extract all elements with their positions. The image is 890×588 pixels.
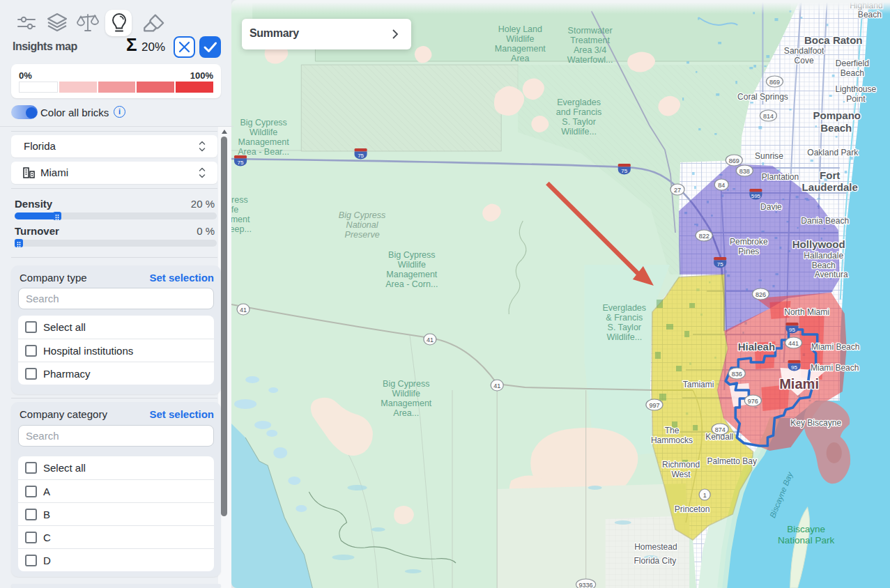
svg-text:Florida City: Florida City bbox=[634, 556, 677, 566]
svg-text:Wildlife: Wildlife bbox=[392, 389, 420, 399]
svg-text:41: 41 bbox=[493, 382, 500, 389]
svg-text:Management: Management bbox=[231, 215, 250, 224]
svg-text:Treatment: Treatment bbox=[570, 36, 610, 45]
svg-text:997: 997 bbox=[649, 402, 659, 409]
svg-text:75: 75 bbox=[358, 153, 364, 159]
svg-text:Lighthouse: Lighthouse bbox=[835, 84, 876, 94]
svg-text:Management: Management bbox=[386, 270, 438, 279]
svg-text:869: 869 bbox=[769, 79, 780, 86]
svg-text:West: West bbox=[671, 470, 691, 479]
svg-text:Tamiami: Tamiami bbox=[683, 380, 714, 389]
svg-text:822: 822 bbox=[699, 233, 709, 240]
svg-text:Big Cypress: Big Cypress bbox=[383, 379, 429, 389]
svg-text:S. Taylor: S. Taylor bbox=[608, 323, 641, 332]
svg-text:41: 41 bbox=[240, 307, 247, 314]
svg-text:814: 814 bbox=[763, 113, 774, 120]
svg-text:Lauderdale: Lauderdale bbox=[802, 181, 858, 193]
svg-text:Hammocks: Hammocks bbox=[651, 435, 693, 445]
svg-text:838: 838 bbox=[739, 168, 750, 175]
svg-text:Big Cypress: Big Cypress bbox=[240, 118, 286, 127]
svg-text:Wildlife: Wildlife bbox=[506, 34, 534, 44]
svg-text:Richmond: Richmond bbox=[662, 460, 700, 470]
svg-text:Cove: Cove bbox=[795, 56, 814, 65]
svg-text:Hialeah: Hialeah bbox=[738, 341, 776, 353]
svg-text:Big Cypress: Big Cypress bbox=[339, 210, 385, 220]
svg-text:Homestead: Homestead bbox=[634, 542, 677, 552]
svg-text:Miami: Miami bbox=[779, 376, 819, 392]
svg-text:Wildlife...: Wildlife... bbox=[561, 127, 597, 137]
svg-text:836: 836 bbox=[732, 371, 742, 378]
svg-text:Davie: Davie bbox=[760, 202, 782, 212]
svg-text:Sunrise: Sunrise bbox=[755, 151, 783, 161]
svg-text:Preserve: Preserve bbox=[345, 230, 380, 240]
svg-text:95: 95 bbox=[789, 327, 795, 333]
svg-text:Deerfield: Deerfield bbox=[836, 59, 869, 68]
svg-text:Area - Deep...: Area - Deep... bbox=[231, 224, 252, 234]
svg-text:Everglades: Everglades bbox=[602, 303, 646, 313]
svg-text:Area 3/4: Area 3/4 bbox=[574, 45, 606, 55]
svg-text:Waterfowl...: Waterfowl... bbox=[567, 55, 613, 65]
svg-text:Hollywood: Hollywood bbox=[792, 238, 845, 250]
svg-text:National Park: National Park bbox=[778, 535, 835, 546]
svg-text:874: 874 bbox=[715, 426, 726, 433]
svg-text:Dania Beach: Dania Beach bbox=[801, 216, 849, 226]
svg-text:Hallandale: Hallandale bbox=[804, 251, 843, 261]
svg-text:Sandalfoot: Sandalfoot bbox=[784, 46, 824, 56]
svg-text:595: 595 bbox=[751, 193, 761, 199]
svg-text:Wildlife...: Wildlife... bbox=[606, 332, 642, 342]
svg-text:Pompano: Pompano bbox=[813, 109, 861, 121]
svg-text:976: 976 bbox=[748, 398, 758, 405]
svg-text:Wildlife: Wildlife bbox=[250, 127, 277, 137]
svg-text:Boca Raton: Boca Raton bbox=[804, 34, 863, 46]
svg-text:75: 75 bbox=[621, 168, 627, 174]
svg-text:Beach: Beach bbox=[812, 261, 836, 270]
svg-text:Oakland Park: Oakland Park bbox=[807, 148, 859, 157]
svg-text:Pembroke: Pembroke bbox=[730, 237, 768, 247]
svg-text:Wildlife: Wildlife bbox=[231, 205, 238, 215]
svg-text:Stormwater: Stormwater bbox=[568, 26, 613, 36]
svg-text:41: 41 bbox=[427, 336, 434, 343]
svg-text:Management: Management bbox=[495, 44, 546, 54]
svg-text:Biscayne: Biscayne bbox=[787, 524, 825, 534]
svg-text:Management: Management bbox=[238, 137, 290, 147]
svg-text:Key Biscayne: Key Biscayne bbox=[790, 418, 841, 428]
svg-text:Coral Springs: Coral Springs bbox=[737, 92, 788, 102]
svg-text:75: 75 bbox=[238, 160, 244, 166]
svg-text:Wildlife: Wildlife bbox=[398, 260, 426, 270]
svg-text:Plantation: Plantation bbox=[762, 172, 799, 182]
svg-text:The: The bbox=[665, 426, 680, 435]
svg-text:S. Taylor: S. Taylor bbox=[562, 117, 595, 127]
svg-text:Palmetto Bay: Palmetto Bay bbox=[707, 456, 757, 466]
svg-text:and Francis: and Francis bbox=[556, 107, 601, 117]
svg-text:Area...: Area... bbox=[393, 408, 419, 418]
svg-text:Fort: Fort bbox=[820, 169, 840, 181]
svg-text:869: 869 bbox=[729, 157, 739, 164]
svg-text:84: 84 bbox=[718, 182, 725, 189]
svg-text:Area - Corn...: Area - Corn... bbox=[385, 279, 438, 289]
svg-text:Miami Beach: Miami Beach bbox=[811, 342, 859, 352]
svg-text:Everglades: Everglades bbox=[557, 98, 601, 107]
svg-text:Big Cypress: Big Cypress bbox=[388, 250, 435, 260]
svg-text:Holey Land: Holey Land bbox=[498, 24, 542, 34]
svg-text:Aventura: Aventura bbox=[815, 270, 848, 279]
svg-text:Pines: Pines bbox=[738, 247, 759, 256]
svg-text:1: 1 bbox=[703, 492, 707, 499]
svg-text:Area - Bear...: Area - Bear... bbox=[238, 147, 289, 157]
svg-text:27: 27 bbox=[674, 187, 681, 194]
svg-text:Princeton: Princeton bbox=[675, 504, 710, 514]
svg-text:Beach: Beach bbox=[820, 122, 852, 134]
svg-text:Beach: Beach bbox=[841, 68, 864, 78]
svg-text:Management: Management bbox=[381, 399, 432, 408]
svg-text:9336: 9336 bbox=[579, 582, 593, 588]
svg-text:Big Cypress: Big Cypress bbox=[231, 195, 248, 205]
svg-text:& Francis: & Francis bbox=[606, 313, 643, 323]
svg-text:Area: Area bbox=[511, 54, 529, 63]
svg-text:National: National bbox=[346, 220, 379, 230]
svg-text:826: 826 bbox=[755, 291, 766, 298]
svg-text:95: 95 bbox=[791, 364, 797, 371]
svg-text:441: 441 bbox=[788, 340, 799, 347]
svg-text:75: 75 bbox=[717, 261, 723, 268]
svg-text:Miami Beach: Miami Beach bbox=[811, 363, 859, 373]
svg-text:Point: Point bbox=[846, 94, 866, 104]
svg-text:North Miami: North Miami bbox=[784, 307, 829, 317]
